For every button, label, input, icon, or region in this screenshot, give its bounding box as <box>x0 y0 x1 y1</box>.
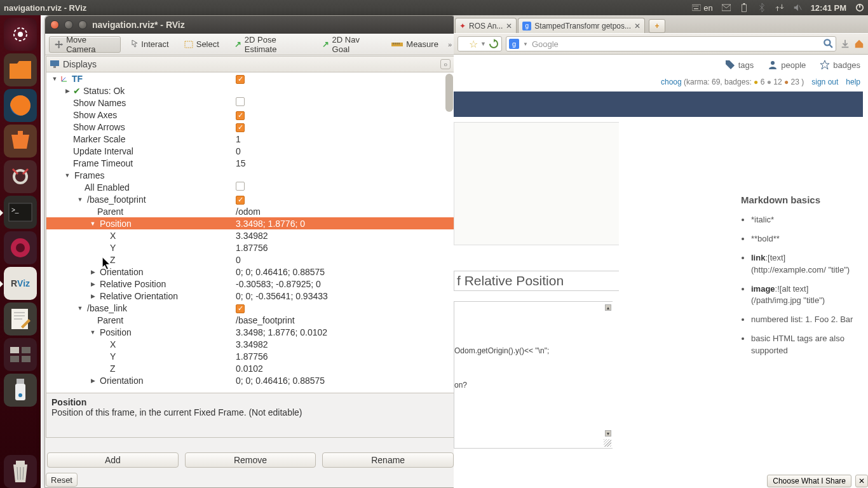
usb-creator-icon[interactable] <box>4 374 37 407</box>
network-indicator[interactable] <box>775 3 784 12</box>
bf-relori-label: Relative Orientation <box>100 291 178 301</box>
svg-point-30 <box>18 393 22 397</box>
question-title-input[interactable]: f Relative Position <box>454 271 619 291</box>
bl-orientation-label: Orientation <box>100 376 143 386</box>
files-icon[interactable] <box>4 53 37 86</box>
show-arrows-checkbox[interactable] <box>236 123 245 132</box>
unity-launcher: >_ RViz <box>0 15 41 488</box>
dash-icon[interactable] <box>4 18 37 51</box>
resize-handle[interactable] <box>604 439 611 447</box>
bf-orientation-value: 0; 0; 0.46416; 0.88575 <box>236 267 454 277</box>
md-bold: **bold** <box>751 233 855 245</box>
username-link[interactable]: choog <box>661 78 682 86</box>
battery-indicator[interactable] <box>740 3 749 12</box>
choose-share-button[interactable]: Choose What I Share <box>767 475 851 487</box>
sound-indicator[interactable] <box>793 3 802 12</box>
firefox-icon[interactable] <box>4 89 37 122</box>
editor-scrollbar[interactable]: ▲ ▼ <box>605 304 611 437</box>
bf-parent-label: Parent <box>97 207 123 217</box>
people-link[interactable]: people <box>768 60 806 70</box>
cheese-icon[interactable] <box>4 231 37 264</box>
session-indicator[interactable] <box>855 3 864 12</box>
select-button[interactable]: Select <box>179 36 225 53</box>
add-button[interactable]: Add <box>47 452 179 468</box>
show-names-checkbox[interactable] <box>236 97 245 106</box>
user-karma-bar: choog (karma: 69, badges: ● 6 ● 12 ● 23 … <box>661 78 860 86</box>
update-interval-value[interactable]: 0 <box>236 146 454 156</box>
search-field[interactable]: g▼ Google <box>506 36 836 51</box>
tf-label: TF <box>72 74 83 84</box>
frame-timeout-label: Frame Timeout <box>73 158 133 168</box>
show-axes-checkbox[interactable] <box>236 111 245 120</box>
displays-panel-header[interactable]: Displays ○ <box>46 56 455 72</box>
rename-button[interactable]: Rename <box>322 452 454 468</box>
bluetooth-indicator[interactable] <box>757 3 766 12</box>
home-icon[interactable] <box>854 39 864 49</box>
window-minimize-button[interactable] <box>64 20 73 29</box>
all-enabled-label: All Enabled <box>85 182 130 193</box>
tags-link[interactable]: tags <box>725 60 754 70</box>
close-tab-icon[interactable]: ✕ <box>506 22 512 30</box>
signout-link[interactable]: sign out <box>811 78 838 86</box>
nav-goal-button[interactable]: ↗2D Nav Goal <box>316 36 383 53</box>
close-tab-icon[interactable]: ✕ <box>634 22 641 30</box>
settings-icon[interactable] <box>4 160 37 193</box>
window-close-button[interactable] <box>50 20 59 29</box>
software-center-icon[interactable] <box>4 125 37 158</box>
base-link-label: /base_link <box>87 303 127 313</box>
svg-line-9 <box>799 6 801 10</box>
page-scrollbar[interactable] <box>859 55 867 488</box>
svg-rect-4 <box>698 6 698 6</box>
workspace-switcher-icon[interactable] <box>4 338 37 371</box>
marker-scale-value[interactable]: 1 <box>236 134 454 144</box>
pose-estimate-button[interactable]: ↗2D Pose Estimate <box>229 36 313 53</box>
bf-orientation-label: Orientation <box>100 267 143 277</box>
terminal-icon[interactable]: >_ <box>4 196 37 229</box>
frame-timeout-value[interactable]: 15 <box>236 158 454 168</box>
help-link[interactable]: help <box>846 78 860 86</box>
tf-checkbox[interactable] <box>236 75 245 84</box>
bl-y-label: Y <box>110 351 116 362</box>
new-tab-button[interactable]: + <box>649 19 665 33</box>
reset-button[interactable]: Reset <box>46 473 78 487</box>
tab-ros-answers[interactable]: ✦ROS An...✕ <box>455 18 517 33</box>
tree-scrollbar[interactable] <box>445 74 453 391</box>
url-field[interactable]: ☆▼ <box>458 36 502 51</box>
trash-icon[interactable] <box>4 455 37 488</box>
rviz-titlebar[interactable]: navigation.rviz* - RViz <box>45 16 456 34</box>
all-enabled-checkbox[interactable] <box>236 182 245 191</box>
keyboard-indicator[interactable]: en <box>692 3 712 13</box>
svg-rect-31 <box>16 461 25 464</box>
toolbar-overflow-icon[interactable]: » <box>448 41 452 48</box>
measure-button[interactable]: Measure <box>386 36 444 53</box>
selected-row[interactable]: ▼Position3.3498; 1.8776; 0 <box>46 217 454 229</box>
bf-y-label: Y <box>110 243 116 253</box>
displays-tree[interactable]: ▼TF ▶✔Status: Ok Show Names Show Axes Sh… <box>46 72 455 393</box>
interact-button[interactable]: Interact <box>125 36 174 53</box>
bl-z-value: 0.0102 <box>236 363 454 374</box>
reload-icon[interactable] <box>489 39 499 49</box>
gedit-icon[interactable] <box>4 302 37 336</box>
update-interval-label: Update Interval <box>73 146 133 156</box>
close-share-button[interactable]: ✕ <box>855 475 868 487</box>
base-link-checkbox[interactable] <box>236 304 245 313</box>
move-camera-button[interactable]: Move Camera <box>49 36 121 53</box>
svg-rect-48 <box>842 46 849 48</box>
rviz-icon[interactable]: RViz <box>4 267 37 300</box>
tab-strip: ✦ROS An...✕ gStampedTransfomr getpos...✕… <box>454 15 868 33</box>
remove-button[interactable]: Remove <box>185 452 316 468</box>
window-maximize-button[interactable] <box>78 20 87 29</box>
md-link: link:[text](http://example.com/ "title") <box>751 252 855 275</box>
base-footprint-checkbox[interactable] <box>236 196 245 205</box>
mail-indicator[interactable] <box>722 3 731 12</box>
clock[interactable]: 12:41 PM <box>811 3 846 13</box>
rviz-title: navigation.rviz* - RViz <box>92 20 185 30</box>
bl-position-value: 3.3498; 1.8776; 0.0102 <box>236 327 454 337</box>
property-description: Position Position of this frame, in the … <box>46 393 455 438</box>
question-body-editor[interactable]: Odom.getOrigin().y()<< "\n"; on? ▲ ▼ <box>454 301 613 449</box>
badges-link[interactable]: badges <box>820 60 860 70</box>
tab-google-search[interactable]: gStampedTransfomr getpos...✕ <box>518 18 645 33</box>
search-icon[interactable] <box>823 38 833 48</box>
panel-close-icon[interactable]: ○ <box>440 59 451 69</box>
downloads-icon[interactable] <box>840 39 850 49</box>
